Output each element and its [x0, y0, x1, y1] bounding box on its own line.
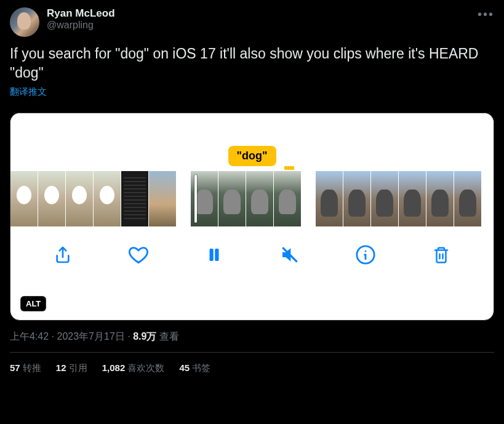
pause-button[interactable]	[201, 241, 228, 268]
views-label: 查看	[159, 331, 179, 342]
user-handle: @warpling	[47, 20, 494, 31]
svg-rect-1	[215, 249, 218, 261]
thumbnail	[66, 171, 93, 226]
clip-group-1[interactable]	[10, 171, 176, 226]
display-name: Ryan McLeod	[47, 7, 494, 20]
trash-icon	[432, 245, 450, 265]
timeline-marker	[284, 166, 294, 170]
playhead[interactable]	[194, 175, 197, 223]
video-timeline[interactable]	[10, 171, 494, 226]
info-icon	[355, 244, 376, 265]
mute-button[interactable]	[276, 241, 303, 268]
alt-badge[interactable]: ALT	[20, 296, 46, 311]
search-term-tag: "dog"	[228, 146, 276, 166]
media-toolbar	[10, 226, 494, 286]
tweet-stats: 57 转推 12 引用 1,082 喜欢次数 45 书签	[10, 353, 494, 374]
tweet-text: If you search for "dog" on iOS 17 it'll …	[10, 44, 494, 82]
thumbnail	[149, 171, 176, 226]
clip-group-3[interactable]	[316, 171, 481, 226]
likes-stat[interactable]: 1,082 喜欢次数	[102, 362, 165, 374]
pause-icon	[205, 246, 223, 264]
thumbnail	[274, 171, 301, 226]
avatar[interactable]	[10, 7, 39, 37]
media-card[interactable]: "dog"	[10, 113, 494, 321]
speaker-muted-icon	[280, 245, 300, 265]
tweet-meta: 上午4:42 · 2023年7月17日 · 8.9万 查看	[10, 330, 494, 353]
retweets-stat[interactable]: 57 转推	[10, 362, 41, 374]
info-button[interactable]	[352, 241, 379, 268]
like-button[interactable]	[125, 241, 152, 268]
translate-link[interactable]: 翻译推文	[10, 86, 47, 98]
thumbnail	[246, 171, 273, 226]
thumbnail	[38, 171, 65, 226]
tweet-date[interactable]: 2023年7月17日	[57, 331, 124, 342]
clip-group-2[interactable]	[191, 171, 301, 226]
thumbnail	[343, 171, 370, 226]
thumbnail	[426, 171, 454, 226]
thumbnail	[94, 171, 121, 226]
tweet-container: ••• Ryan McLeod @warpling If you search …	[0, 0, 504, 382]
thumbnail	[10, 171, 38, 226]
more-options-button[interactable]: •••	[478, 7, 494, 22]
thumbnail	[454, 171, 481, 226]
heart-icon	[128, 244, 149, 265]
quotes-stat[interactable]: 12 引用	[56, 362, 87, 374]
bookmarks-stat[interactable]: 45 书签	[179, 362, 210, 374]
thumbnail	[371, 171, 398, 226]
share-icon	[53, 245, 73, 265]
svg-rect-0	[210, 249, 214, 261]
thumbnail	[218, 171, 246, 226]
views-count: 8.9万	[133, 331, 156, 342]
delete-button[interactable]	[428, 241, 455, 268]
tweet-header: Ryan McLeod @warpling	[10, 7, 494, 37]
thumbnail	[121, 171, 148, 226]
user-info[interactable]: Ryan McLeod @warpling	[47, 7, 494, 31]
thumbnail	[399, 171, 426, 226]
thumbnail	[316, 171, 343, 226]
share-button[interactable]	[49, 241, 76, 268]
media-whitespace: "dog"	[10, 113, 494, 171]
tweet-time[interactable]: 上午4:42	[10, 331, 49, 342]
